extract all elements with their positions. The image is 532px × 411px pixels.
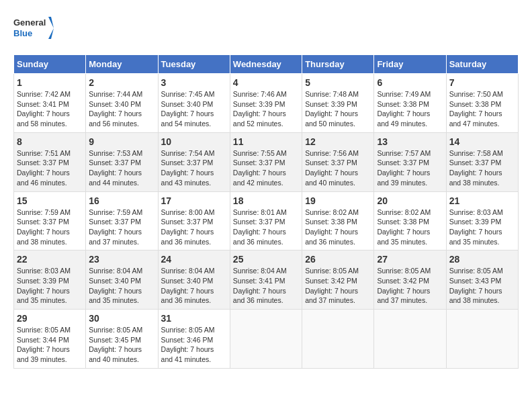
calendar-table: SundayMondayTuesdayWednesdayThursdayFrid… [13,54,519,369]
day-info: Sunrise: 7:45 AMSunset: 3:40 PMDaylight:… [161,89,227,129]
calendar-cell: 16Sunrise: 7:59 AMSunset: 3:37 PMDayligh… [86,191,158,250]
logo-svg: General Blue [13,13,54,44]
day-number: 24 [161,254,227,265]
calendar-header-row: SundayMondayTuesdayWednesdayThursdayFrid… [14,55,519,74]
day-info: Sunrise: 7:55 AMSunset: 3:37 PMDaylight:… [233,148,299,188]
calendar-cell [230,310,302,369]
col-header-saturday: Saturday [446,55,518,74]
day-info: Sunrise: 7:50 AMSunset: 3:38 PMDaylight:… [449,89,515,129]
calendar-cell: 13Sunrise: 7:57 AMSunset: 3:37 PMDayligh… [374,132,446,191]
calendar-cell: 5Sunrise: 7:48 AMSunset: 3:39 PMDaylight… [302,74,374,133]
day-info: Sunrise: 7:51 AMSunset: 3:37 PMDaylight:… [17,148,83,188]
day-info: Sunrise: 8:05 AMSunset: 3:42 PMDaylight:… [377,266,443,306]
day-number: 8 [17,136,83,147]
day-number: 10 [161,136,227,147]
day-info: Sunrise: 8:04 AMSunset: 3:41 PMDaylight:… [233,266,299,306]
day-number: 26 [305,254,371,265]
day-info: Sunrise: 8:03 AMSunset: 3:39 PMDaylight:… [17,266,83,306]
calendar-cell: 24Sunrise: 8:04 AMSunset: 3:40 PMDayligh… [158,250,230,310]
day-number: 16 [89,195,154,206]
col-header-thursday: Thursday [302,55,374,74]
day-number: 13 [377,136,443,147]
calendar-cell: 21Sunrise: 8:03 AMSunset: 3:39 PMDayligh… [446,191,518,250]
day-info: Sunrise: 8:04 AMSunset: 3:40 PMDaylight:… [161,266,227,306]
svg-text:Blue: Blue [13,28,32,38]
col-header-wednesday: Wednesday [230,55,302,74]
day-number: 4 [233,77,299,88]
day-info: Sunrise: 7:44 AMSunset: 3:40 PMDaylight:… [89,89,154,129]
calendar-cell: 19Sunrise: 8:02 AMSunset: 3:38 PMDayligh… [302,191,374,250]
calendar-cell: 3Sunrise: 7:45 AMSunset: 3:40 PMDaylight… [158,74,230,133]
calendar-cell: 12Sunrise: 7:56 AMSunset: 3:37 PMDayligh… [302,132,374,191]
calendar-week-2: 8Sunrise: 7:51 AMSunset: 3:37 PMDaylight… [14,132,519,191]
day-info: Sunrise: 7:57 AMSunset: 3:37 PMDaylight:… [377,148,443,188]
day-number: 17 [161,195,227,206]
day-number: 21 [449,195,515,206]
col-header-tuesday: Tuesday [158,55,230,74]
day-info: Sunrise: 8:02 AMSunset: 3:38 PMDaylight:… [305,208,371,247]
day-info: Sunrise: 7:49 AMSunset: 3:38 PMDaylight:… [377,89,443,129]
calendar-week-1: 1Sunrise: 7:42 AMSunset: 3:41 PMDaylight… [14,74,519,133]
day-info: Sunrise: 8:05 AMSunset: 3:44 PMDaylight:… [17,325,83,365]
calendar-cell: 1Sunrise: 7:42 AMSunset: 3:41 PMDaylight… [14,74,86,133]
day-info: Sunrise: 8:05 AMSunset: 3:43 PMDaylight:… [449,266,515,306]
day-info: Sunrise: 7:46 AMSunset: 3:39 PMDaylight:… [233,89,299,129]
col-header-friday: Friday [374,55,446,74]
day-info: Sunrise: 8:03 AMSunset: 3:39 PMDaylight:… [449,208,515,247]
day-number: 25 [233,254,299,265]
calendar-cell: 7Sunrise: 7:50 AMSunset: 3:38 PMDaylight… [446,74,518,133]
day-number: 14 [449,136,515,147]
day-number: 18 [233,195,299,206]
calendar-cell: 4Sunrise: 7:46 AMSunset: 3:39 PMDaylight… [230,74,302,133]
logo: General Blue [13,13,54,44]
calendar-cell: 20Sunrise: 8:02 AMSunset: 3:38 PMDayligh… [374,191,446,250]
calendar-cell: 6Sunrise: 7:49 AMSunset: 3:38 PMDaylight… [374,74,446,133]
day-number: 23 [89,254,154,265]
calendar-cell: 14Sunrise: 7:58 AMSunset: 3:37 PMDayligh… [446,132,518,191]
calendar-cell: 31Sunrise: 8:05 AMSunset: 3:46 PMDayligh… [158,310,230,369]
day-number: 3 [161,77,227,88]
day-number: 5 [305,77,371,88]
header: General Blue [13,13,519,44]
calendar-cell: 30Sunrise: 8:05 AMSunset: 3:45 PMDayligh… [86,310,158,369]
day-info: Sunrise: 8:05 AMSunset: 3:42 PMDaylight:… [305,266,371,306]
day-number: 2 [89,77,154,88]
col-header-sunday: Sunday [14,55,86,74]
day-number: 11 [233,136,299,147]
day-number: 6 [377,77,443,88]
calendar-week-4: 22Sunrise: 8:03 AMSunset: 3:39 PMDayligh… [14,250,519,310]
calendar-cell: 17Sunrise: 8:00 AMSunset: 3:37 PMDayligh… [158,191,230,250]
day-info: Sunrise: 8:04 AMSunset: 3:40 PMDaylight:… [89,266,154,306]
calendar-cell: 25Sunrise: 8:04 AMSunset: 3:41 PMDayligh… [230,250,302,310]
col-header-monday: Monday [86,55,158,74]
day-info: Sunrise: 7:59 AMSunset: 3:37 PMDaylight:… [89,208,154,247]
day-info: Sunrise: 7:54 AMSunset: 3:37 PMDaylight:… [161,148,227,188]
calendar-cell [302,310,374,369]
calendar-cell: 9Sunrise: 7:53 AMSunset: 3:37 PMDaylight… [86,132,158,191]
day-info: Sunrise: 7:56 AMSunset: 3:37 PMDaylight:… [305,148,371,188]
day-number: 12 [305,136,371,147]
calendar-cell: 11Sunrise: 7:55 AMSunset: 3:37 PMDayligh… [230,132,302,191]
day-info: Sunrise: 7:59 AMSunset: 3:37 PMDaylight:… [17,208,83,247]
calendar-cell: 23Sunrise: 8:04 AMSunset: 3:40 PMDayligh… [86,250,158,310]
calendar-cell: 8Sunrise: 7:51 AMSunset: 3:37 PMDaylight… [14,132,86,191]
calendar-cell [446,310,518,369]
day-number: 9 [89,136,154,147]
calendar-cell: 29Sunrise: 8:05 AMSunset: 3:44 PMDayligh… [14,310,86,369]
day-number: 20 [377,195,443,206]
calendar-cell: 27Sunrise: 8:05 AMSunset: 3:42 PMDayligh… [374,250,446,310]
calendar-cell: 2Sunrise: 7:44 AMSunset: 3:40 PMDaylight… [86,74,158,133]
calendar-cell: 10Sunrise: 7:54 AMSunset: 3:37 PMDayligh… [158,132,230,191]
calendar-cell: 26Sunrise: 8:05 AMSunset: 3:42 PMDayligh… [302,250,374,310]
day-number: 30 [89,313,154,324]
calendar-cell: 18Sunrise: 8:01 AMSunset: 3:37 PMDayligh… [230,191,302,250]
day-number: 22 [17,254,83,265]
day-info: Sunrise: 8:02 AMSunset: 3:38 PMDaylight:… [377,208,443,247]
day-number: 7 [449,77,515,88]
calendar-cell [374,310,446,369]
day-number: 31 [161,313,227,324]
day-number: 15 [17,195,83,206]
day-info: Sunrise: 8:00 AMSunset: 3:37 PMDaylight:… [161,208,227,247]
svg-text:General: General [13,17,46,28]
calendar-cell: 22Sunrise: 8:03 AMSunset: 3:39 PMDayligh… [14,250,86,310]
